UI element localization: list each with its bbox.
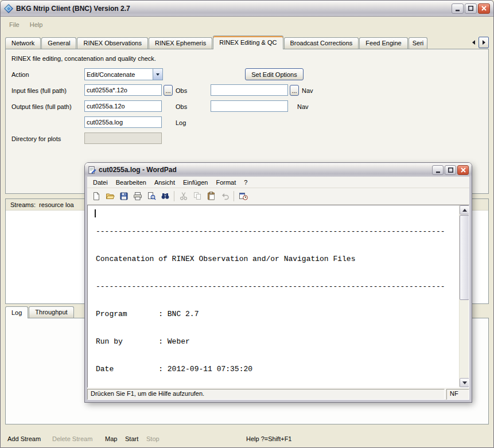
- wordpad-window: cut0255a.log - WordPad Datei Bearbeiten …: [85, 163, 472, 402]
- chevron-down-icon: [156, 73, 160, 76]
- document-text: ----------------------------------------…: [88, 205, 459, 387]
- vertical-scrollbar[interactable]: [459, 205, 469, 387]
- action-dropdown-button[interactable]: [153, 69, 162, 80]
- arrow-down-icon: [462, 381, 467, 384]
- wordpad-client-area: Datei Bearbeiten Ansicht Einfügen Format…: [87, 177, 469, 400]
- action-label: Action: [11, 71, 29, 78]
- undo-button[interactable]: [218, 190, 231, 203]
- menu-einfuegen[interactable]: Einfügen: [179, 178, 212, 187]
- log-tabbar: Log Throughput: [5, 305, 75, 318]
- add-stream-button[interactable]: Add Stream: [7, 435, 41, 442]
- bnc-maximize-button[interactable]: [465, 3, 477, 14]
- log-line: ----------------------------------------…: [96, 227, 459, 236]
- find-button[interactable]: [158, 190, 172, 203]
- streams-label: Streams: resource loa: [10, 201, 74, 208]
- menu-help[interactable]: Help: [25, 20, 48, 30]
- stop-button[interactable]: Stop: [146, 435, 160, 442]
- bnc-window-title: BKG Ntrip Client (BNC) Version 2.7: [16, 5, 449, 13]
- wordpad-titlebar: cut0255a.log - WordPad: [85, 163, 472, 177]
- undo-arrow-icon: [220, 192, 230, 201]
- paste-button[interactable]: [204, 190, 217, 203]
- menu-bearbeiten[interactable]: Bearbeiten: [112, 178, 150, 187]
- wordpad-maximize-button[interactable]: [445, 165, 456, 175]
- input-nav-field[interactable]: [211, 84, 288, 96]
- log-line: Run by : Weber: [96, 337, 459, 346]
- tab-scroll-left-button[interactable]: [469, 37, 478, 48]
- date-time-icon: [239, 192, 248, 201]
- tab-rinex-ephemeris[interactable]: RINEX Ephemeris: [149, 37, 212, 49]
- statusbar-help-text: Drücken Sie F1, um die Hilfe aufzurufen.: [87, 389, 445, 400]
- tab-general[interactable]: General: [41, 37, 76, 49]
- tab-scroll-right-button[interactable]: [479, 37, 489, 48]
- menu-ansicht[interactable]: Ansicht: [150, 178, 179, 187]
- document-area[interactable]: ----------------------------------------…: [87, 205, 469, 388]
- help-shortcut-button[interactable]: Help ?=Shift+F1: [246, 435, 292, 442]
- menu-datei[interactable]: Datei: [89, 178, 112, 187]
- toolbar-separator: [174, 191, 174, 201]
- wordpad-menubar: Datei Bearbeiten Ansicht Einfügen Format…: [87, 177, 469, 188]
- bnc-minimize-button[interactable]: [452, 3, 464, 14]
- bnc-app-icon: [4, 4, 13, 13]
- bnc-tabbar: Network General RINEX Observations RINEX…: [5, 34, 489, 49]
- plots-dir-field: [84, 133, 162, 144]
- delete-stream-button[interactable]: Delete Stream: [52, 435, 92, 442]
- start-button[interactable]: Start: [125, 435, 138, 442]
- statusbar-num-indicator: NF: [446, 389, 469, 400]
- tab-log[interactable]: Log: [5, 306, 28, 318]
- tab-network[interactable]: Network: [5, 37, 41, 49]
- tab-rinex-editing-qc[interactable]: RINEX Editing & QC: [213, 36, 283, 49]
- wordpad-toolbar: [87, 188, 469, 205]
- scrollbar-up-button[interactable]: [460, 205, 469, 215]
- log-line: ----------------------------------------…: [96, 282, 459, 291]
- wordpad-minimize-button[interactable]: [432, 165, 444, 175]
- output-obs-suffix-label: Obs: [176, 103, 187, 110]
- action-select[interactable]: Edit/Concatenate: [84, 68, 163, 80]
- date-time-button[interactable]: [236, 190, 250, 203]
- menu-file[interactable]: File: [4, 20, 25, 30]
- input-obs-suffix-label: Obs: [176, 87, 187, 94]
- input-obs-field[interactable]: [84, 84, 162, 96]
- bnc-close-button[interactable]: [478, 3, 490, 14]
- tab-broadcast-corrections[interactable]: Broadcast Corrections: [284, 37, 359, 49]
- print-button[interactable]: [131, 190, 144, 203]
- tab-throughput[interactable]: Throughput: [29, 306, 73, 318]
- open-button[interactable]: [103, 190, 116, 203]
- wordpad-close-button[interactable]: [457, 165, 469, 175]
- tab-rinex-observations[interactable]: RINEX Observations: [77, 37, 147, 49]
- new-document-icon: [92, 192, 101, 201]
- output-log-suffix-label: Log: [176, 119, 186, 126]
- copy-button[interactable]: [190, 190, 204, 203]
- browse-input-nav-button[interactable]: ...: [290, 85, 299, 96]
- print-preview-button[interactable]: [145, 190, 158, 203]
- wordpad-app-icon: [88, 166, 96, 174]
- tab-feed-engine[interactable]: Feed Engine: [359, 37, 407, 49]
- output-nav-field[interactable]: [211, 100, 288, 112]
- save-button[interactable]: [117, 190, 130, 203]
- action-selected-value: Edit/Concatenate: [85, 71, 153, 78]
- wordpad-window-title: cut0255a.log - WordPad: [99, 166, 430, 174]
- output-obs-field[interactable]: [84, 100, 162, 112]
- input-files-label: Input files (full path): [11, 87, 67, 94]
- menu-format[interactable]: Format: [212, 178, 240, 187]
- tab-serial-truncated[interactable]: Seri: [409, 37, 428, 49]
- copy-icon: [193, 192, 202, 201]
- panel-description: RINEX file editing, concatenation and qu…: [11, 55, 156, 62]
- browse-input-obs-button[interactable]: ...: [164, 85, 173, 96]
- new-document-button[interactable]: [90, 190, 103, 203]
- bnc-titlebar: BKG Ntrip Client (BNC) Version 2.7: [1, 1, 493, 17]
- log-line: Concatenation of RINEX Observation and/o…: [96, 255, 459, 264]
- wordpad-statusbar: Drücken Sie F1, um die Hilfe aufzurufen.…: [87, 388, 469, 400]
- output-nav-suffix-label: Nav: [297, 103, 309, 110]
- paste-clipboard-icon: [207, 192, 216, 201]
- menu-hilfe[interactable]: ?: [240, 178, 251, 187]
- set-edit-options-button[interactable]: Set Edit Options: [245, 68, 304, 80]
- output-log-field[interactable]: [84, 116, 162, 128]
- save-floppy-icon: [119, 192, 129, 201]
- toolbar-separator: [234, 191, 234, 201]
- cut-button[interactable]: [177, 190, 190, 203]
- scrollbar-down-button[interactable]: [460, 378, 469, 387]
- arrow-up-icon: [462, 209, 467, 212]
- map-button[interactable]: Map: [105, 435, 117, 442]
- find-binoculars-icon: [161, 192, 170, 201]
- scrollbar-thumb[interactable]: [460, 215, 469, 300]
